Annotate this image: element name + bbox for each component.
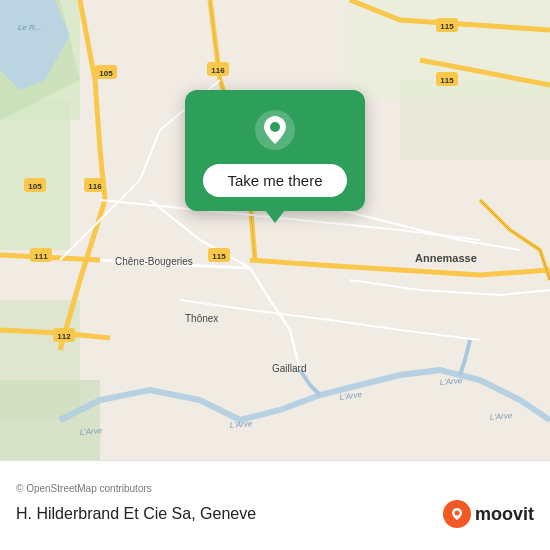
svg-text:116: 116 — [211, 66, 225, 75]
svg-text:115: 115 — [440, 76, 454, 85]
map-container: Le R... — [0, 0, 550, 550]
svg-text:Chêne-Bougeries: Chêne-Bougeries — [115, 256, 193, 267]
take-me-there-button[interactable]: Take me there — [203, 164, 346, 197]
map-background: Le R... — [0, 0, 550, 460]
svg-point-38 — [270, 122, 280, 132]
location-popup: Take me there — [185, 90, 365, 211]
moovit-brand-text: moovit — [475, 504, 534, 525]
svg-text:105: 105 — [28, 182, 42, 191]
svg-text:Annemasse: Annemasse — [415, 252, 477, 264]
svg-text:Thônex: Thônex — [185, 313, 218, 324]
location-row: H. Hilderbrand Et Cie Sa, Geneve moovit — [16, 500, 534, 528]
moovit-icon — [443, 500, 471, 528]
info-bar: © OpenStreetMap contributors H. Hilderbr… — [0, 460, 550, 550]
moovit-logo: moovit — [443, 500, 534, 528]
svg-text:112: 112 — [57, 332, 71, 341]
svg-text:105: 105 — [99, 69, 113, 78]
svg-text:111: 111 — [34, 252, 48, 261]
location-name: H. Hilderbrand Et Cie Sa, Geneve — [16, 505, 256, 523]
svg-text:115: 115 — [212, 252, 226, 261]
location-pin-icon — [253, 108, 297, 152]
svg-text:115: 115 — [440, 22, 454, 31]
svg-text:116: 116 — [88, 182, 102, 191]
svg-rect-2 — [0, 100, 70, 250]
svg-text:Le R...: Le R... — [18, 23, 42, 32]
svg-text:Gaillard: Gaillard — [272, 363, 306, 374]
map-attribution: © OpenStreetMap contributors — [16, 483, 534, 494]
svg-point-40 — [454, 511, 459, 516]
svg-rect-5 — [400, 80, 550, 160]
